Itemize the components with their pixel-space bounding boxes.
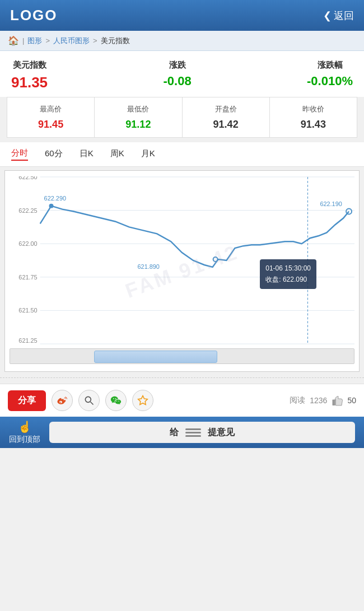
- price-cell-open: 开盘价 91.42: [183, 97, 270, 137]
- chart-datalabel-1: 622.290: [44, 195, 66, 202]
- tab-dayk[interactable]: 日K: [80, 148, 94, 160]
- y-label-2: 622.25: [18, 207, 37, 214]
- logo: LOGO: [10, 7, 58, 24]
- read-count: 1236: [310, 396, 327, 405]
- svg-point-6: [85, 397, 91, 402]
- tab-60min[interactable]: 60分: [45, 148, 63, 160]
- y-label-5: 621.50: [18, 307, 37, 314]
- y-label-4: 621.75: [18, 274, 37, 281]
- breadcrumb-current: 美元指数: [101, 36, 130, 46]
- feedback-lines-icon: [185, 428, 201, 437]
- breadcrumb-link-charts[interactable]: 图形: [27, 36, 42, 46]
- like-button[interactable]: 50: [332, 394, 356, 407]
- price-val-open: 91.42: [186, 119, 266, 130]
- chart-dot-start: [49, 204, 54, 208]
- star-icon: [137, 395, 148, 406]
- price-val-prev-close: 91.43: [273, 119, 353, 130]
- breadcrumb-sep-1: |: [22, 36, 24, 45]
- wechat-icon: [110, 394, 122, 407]
- stat-name-label: 美元指数: [11, 60, 48, 71]
- tab-monthk[interactable]: 月K: [141, 148, 155, 160]
- breadcrumb: 🏠 | 图形 > 人民币图形 > 美元指数: [0, 31, 364, 51]
- tab-minute[interactable]: 分时: [11, 148, 28, 161]
- stat-pct-value: -0.010%: [307, 74, 353, 88]
- chart-dot-end: [346, 209, 352, 214]
- chart-line: [40, 206, 349, 267]
- price-cell-prev-close: 昨收价 91.43: [270, 97, 357, 137]
- stat-current-value: 91.35: [11, 74, 48, 91]
- chart-container: FAM 91.42 622.50 622.25 622.00 621.75 62…: [10, 176, 354, 367]
- stats-section: 美元指数 91.35 涨跌 -0.08 涨跌幅 -0.010%: [0, 51, 364, 97]
- price-label-low: 最低价: [98, 104, 178, 114]
- svg-line-7: [91, 402, 94, 405]
- footer: ☝ 回到顶部 给 提意见: [0, 417, 364, 448]
- tab-weekk[interactable]: 周K: [110, 148, 124, 160]
- svg-rect-9: [333, 400, 335, 406]
- thumbs-up-icon: [332, 394, 345, 407]
- price-cell-high: 最高价 91.45: [7, 97, 95, 137]
- stat-pct-label: 涨跌幅: [307, 60, 353, 71]
- back-to-top-button[interactable]: ☝ 回到顶部: [9, 420, 40, 445]
- chart-scrollbar[interactable]: [10, 348, 354, 364]
- action-bar: 分享 阅读 1236 50: [0, 384, 364, 417]
- price-table: 最高价 91.45 最低价 91.12 开盘价 91.42 昨收价 91.43: [7, 97, 357, 138]
- header: LOGO ❮ 返回: [0, 0, 364, 31]
- stat-name-block: 美元指数 91.35: [11, 60, 48, 91]
- read-info: 阅读 1236 50: [290, 394, 356, 407]
- stat-change-value: -0.08: [163, 74, 191, 88]
- feedback-button[interactable]: 给 提意见: [49, 422, 355, 443]
- chart-datalabel-2: 621.890: [138, 263, 160, 270]
- stat-pct-block: 涨跌幅 -0.010%: [307, 60, 353, 88]
- chart-datalabel-3: 622.190: [320, 200, 342, 207]
- back-to-top-icon: ☝: [18, 420, 32, 433]
- svg-marker-8: [138, 396, 148, 405]
- share-label: 分享: [18, 395, 36, 407]
- feedback-label: 给: [170, 427, 179, 439]
- breadcrumb-link-rmb[interactable]: 人民币图形: [53, 36, 90, 46]
- star-button[interactable]: [132, 390, 153, 411]
- breadcrumb-sep-3: >: [93, 36, 97, 45]
- price-label-high: 最高价: [11, 104, 91, 114]
- tab-bar: 分时 60分 日K 周K 月K: [0, 142, 364, 167]
- back-to-top-label: 回到顶部: [9, 435, 40, 445]
- breadcrumb-sep-2: >: [45, 36, 50, 45]
- stat-change-label: 涨跌: [163, 60, 191, 71]
- chart-section: FAM 91.42 622.50 622.25 622.00 621.75 62…: [4, 170, 360, 372]
- search-social-button[interactable]: [78, 390, 100, 411]
- price-cell-low: 最低价 91.12: [95, 97, 182, 137]
- wechat-button[interactable]: [105, 390, 127, 411]
- back-label: 返回: [334, 9, 354, 22]
- back-button[interactable]: ❮ 返回: [323, 9, 354, 22]
- chart-dot-dip: [213, 257, 218, 262]
- divider: [0, 377, 364, 378]
- back-arrow-icon: ❮: [323, 10, 332, 22]
- y-label-1: 622.50: [18, 176, 37, 180]
- price-val-high: 91.45: [11, 119, 91, 130]
- weibo-button[interactable]: [52, 390, 73, 411]
- y-label-3: 622.00: [18, 240, 37, 247]
- share-button[interactable]: 分享: [8, 390, 46, 411]
- price-label-prev-close: 昨收价: [273, 104, 353, 114]
- chart-svg: 622.50 622.25 622.00 621.75 621.50 621.2…: [10, 176, 354, 344]
- feedback-label2: 提意见: [208, 427, 235, 439]
- search-icon: [83, 395, 95, 406]
- y-label-6: 621.25: [18, 337, 37, 344]
- stat-change-block: 涨跌 -0.08: [163, 60, 191, 88]
- like-count: 50: [347, 396, 356, 405]
- price-val-low: 91.12: [98, 119, 178, 130]
- home-icon[interactable]: 🏠: [8, 35, 19, 46]
- read-label: 阅读: [290, 395, 305, 405]
- chart-scrollbar-thumb[interactable]: [94, 351, 217, 363]
- weibo-icon: [57, 395, 68, 406]
- price-label-open: 开盘价: [186, 104, 266, 114]
